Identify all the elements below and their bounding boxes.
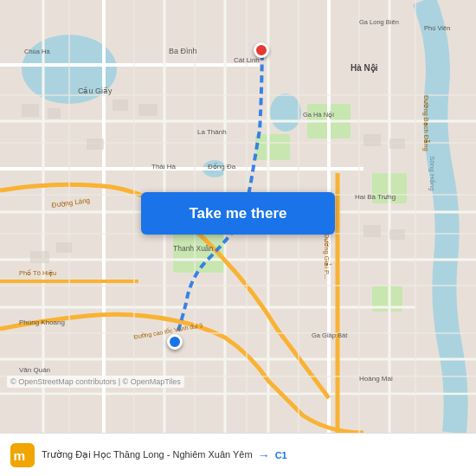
svg-rect-67	[138, 104, 158, 116]
origin-marker	[167, 334, 183, 350]
svg-text:Ga Long Biên: Ga Long Biên	[359, 18, 399, 26]
destination-text: C1	[275, 450, 287, 460]
route-info: Trường Đại Học Thăng Long - Nghiêm Xuân …	[42, 448, 466, 462]
destination-marker	[254, 42, 269, 58]
svg-rect-65	[48, 108, 61, 119]
svg-text:Đường Bạch Đằng: Đường Bạch Đằng	[422, 95, 430, 151]
svg-rect-68	[87, 138, 104, 150]
origin-text: Trường Đại Học Thăng Long - Nghiêm Xuân …	[42, 449, 253, 460]
moovit-icon: m	[10, 443, 35, 467]
svg-text:Ga Hà Nội: Ga Hà Nội	[303, 111, 334, 119]
arrow-icon: →	[258, 448, 270, 462]
svg-text:Thanh Xuân: Thanh Xuân	[173, 244, 214, 253]
svg-rect-73	[363, 225, 381, 237]
svg-rect-72	[389, 138, 405, 149]
attribution-text: © OpenStreetMap contributors | © OpenMap…	[7, 376, 184, 388]
svg-rect-70	[30, 251, 49, 263]
svg-rect-74	[389, 229, 405, 240]
svg-text:Hà Nội: Hà Nội	[351, 63, 378, 73]
svg-text:Sông Hồng: Sông Hồng	[428, 156, 436, 191]
svg-text:Hoàng Mai: Hoàng Mai	[359, 375, 393, 383]
svg-text:Hai Bà Trưng: Hai Bà Trưng	[355, 193, 396, 201]
svg-text:La Thành: La Thành	[197, 128, 227, 136]
svg-rect-71	[363, 134, 381, 146]
svg-text:Phú Viên: Phú Viên	[424, 24, 450, 32]
svg-point-2	[270, 93, 301, 132]
moovit-logo: m	[10, 443, 35, 467]
svg-text:Ba Đình: Ba Đình	[169, 47, 197, 55]
svg-text:m: m	[14, 447, 26, 462]
svg-text:Chùa Hà: Chùa Hà	[24, 48, 50, 55]
svg-text:Thái Hà: Thái Hà	[151, 163, 177, 170]
svg-text:Đường Giải P...: Đường Giải P...	[323, 234, 331, 279]
svg-text:Ga Giáp Bát: Ga Giáp Bát	[312, 331, 348, 339]
svg-text:Phùng Khoang: Phùng Khoang	[19, 318, 65, 326]
svg-text:Đống Đa: Đống Đa	[208, 163, 236, 170]
svg-rect-5	[255, 134, 290, 160]
svg-rect-66	[113, 100, 128, 111]
map-container: Ba Đình Cát Linh Cầu Giấy Chùa Hà Hà Nội…	[0, 0, 476, 433]
svg-text:Cầu Giấy: Cầu Giấy	[78, 87, 113, 95]
svg-text:Phố Tô Hiệu: Phố Tô Hiệu	[19, 269, 56, 277]
svg-text:Văn Quán: Văn Quán	[19, 366, 50, 374]
svg-rect-64	[22, 104, 39, 117]
svg-text:Cát Linh: Cát Linh	[234, 56, 260, 64]
take-me-there-button[interactable]: Take me there	[141, 192, 335, 235]
svg-rect-69	[56, 242, 72, 253]
bottom-bar: m Trường Đại Học Thăng Long - Nghiêm Xuâ…	[0, 433, 476, 476]
